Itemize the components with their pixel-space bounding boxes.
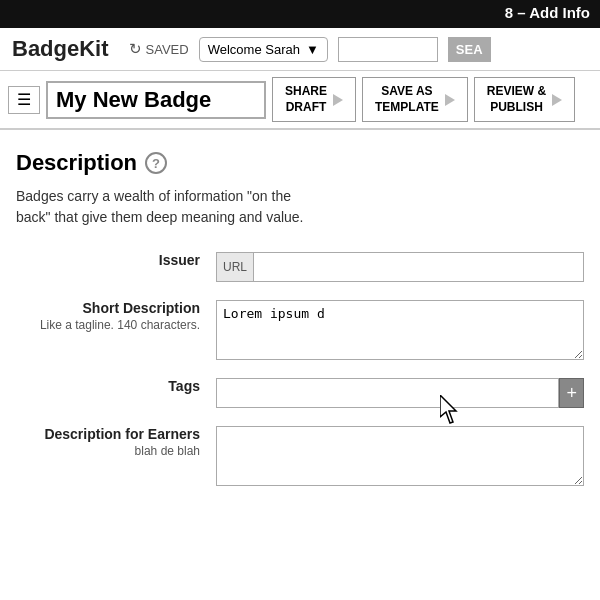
save-as-template-arrow-icon	[445, 94, 455, 106]
short-description-sublabel: Like a tagline. 140 characters.	[16, 318, 200, 332]
tags-input-col: +	[216, 378, 584, 408]
menu-icon-button[interactable]: ☰	[8, 86, 40, 114]
saved-indicator: ↻ SAVED	[129, 40, 189, 58]
hamburger-icon: ☰	[17, 91, 31, 108]
earners-description-row: Description for Earners blah de blah	[16, 426, 584, 486]
app-title: BadgeKit	[12, 36, 109, 62]
description-title: Description	[16, 150, 137, 176]
earners-description-label-col: Description for Earners blah de blah	[16, 426, 216, 458]
tags-add-button[interactable]: +	[559, 378, 584, 408]
issuer-label-col: Issuer	[16, 252, 216, 268]
top-bar-text: 8 – Add Info	[505, 4, 590, 21]
issuer-label: Issuer	[16, 252, 200, 268]
earners-description-label: Description for Earners	[16, 426, 200, 442]
short-description-label-col: Short Description Like a tagline. 140 ch…	[16, 300, 216, 332]
url-prefix: URL	[216, 252, 253, 282]
issuer-url-input[interactable]	[253, 252, 584, 282]
tags-label-col: Tags	[16, 378, 216, 394]
review-publish-label: REVIEW &PUBLISH	[487, 84, 546, 115]
refresh-icon: ↻	[129, 40, 142, 58]
search-button[interactable]: SEA	[448, 37, 491, 62]
main-content: Description ? Badges carry a wealth of i…	[0, 130, 600, 594]
review-publish-button[interactable]: REVIEW &PUBLISH	[474, 77, 575, 122]
earners-description-input[interactable]	[216, 426, 584, 486]
help-icon[interactable]: ?	[145, 152, 167, 174]
earners-description-sublabel: blah de blah	[16, 444, 200, 458]
review-publish-arrow-icon	[552, 94, 562, 106]
description-text: Badges carry a wealth of information "on…	[16, 186, 316, 228]
saved-label: SAVED	[146, 42, 189, 57]
share-draft-button[interactable]: SHAREDRAFT	[272, 77, 356, 122]
search-input[interactable]	[338, 37, 438, 62]
issuer-input-col: URL	[216, 252, 584, 282]
short-description-row: Short Description Like a tagline. 140 ch…	[16, 300, 584, 360]
share-draft-arrow-icon	[333, 94, 343, 106]
short-description-input[interactable]: Lorem ipsum d	[216, 300, 584, 360]
share-draft-label: SHAREDRAFT	[285, 84, 327, 115]
earners-description-input-col	[216, 426, 584, 486]
short-description-input-col: Lorem ipsum d	[216, 300, 584, 360]
description-section: Description ?	[16, 150, 584, 176]
tags-label: Tags	[16, 378, 200, 394]
toolbar: ☰ SHAREDRAFT SAVE ASTEMPLATE REVIEW &PUB…	[0, 71, 600, 130]
issuer-row: Issuer URL	[16, 252, 584, 282]
badge-title-input[interactable]	[46, 81, 266, 119]
short-description-label: Short Description	[16, 300, 200, 316]
save-as-template-button[interactable]: SAVE ASTEMPLATE	[362, 77, 468, 122]
user-dropdown[interactable]: Welcome Sarah ▼	[199, 37, 328, 62]
header: BadgeKit ↻ SAVED Welcome Sarah ▼ SEA	[0, 28, 600, 71]
tags-input[interactable]	[216, 378, 559, 408]
tags-row: Tags +	[16, 378, 584, 408]
save-as-template-label: SAVE ASTEMPLATE	[375, 84, 439, 115]
top-bar: 8 – Add Info	[0, 0, 600, 28]
user-label: Welcome Sarah	[208, 42, 300, 57]
chevron-down-icon: ▼	[306, 42, 319, 57]
